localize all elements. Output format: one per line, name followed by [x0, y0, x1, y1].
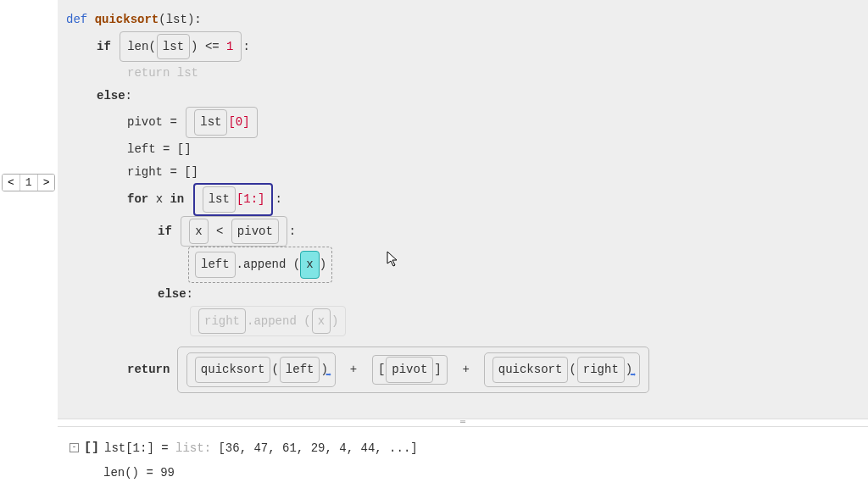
lst-box[interactable]: lst: [203, 186, 236, 213]
code-line-for: for x in lst[1:] :: [66, 183, 860, 216]
code-line-right-append: right.append (x): [66, 306, 860, 337]
code-line-return-lst: return lst: [66, 62, 860, 85]
quicksort-box[interactable]: quicksort: [195, 357, 271, 383]
list-icon: []: [84, 435, 99, 461]
nav-prev-button[interactable]: <: [3, 175, 20, 191]
code-line-inner-else: else:: [66, 283, 860, 306]
pending-expr-box[interactable]: left.append (x): [188, 247, 332, 283]
code-line-left-init: left = []: [66, 138, 860, 161]
recurse-arrow-icon: ➥: [631, 367, 637, 385]
quicksort-left-group[interactable]: quicksort(left) ➥: [186, 352, 336, 387]
inspector-row-item-0[interactable]: 1234 0 = int: 36: [70, 485, 856, 488]
inspector-row-len[interactable]: len() = 99: [70, 461, 856, 485]
pivot-list-box[interactable]: [pivot]: [372, 355, 448, 385]
code-line-right-init: right = []: [66, 161, 860, 184]
x-box[interactable]: x: [189, 219, 208, 245]
tree-collapse-icon[interactable]: -: [70, 443, 79, 452]
quicksort-box[interactable]: quicksort: [492, 357, 569, 383]
code-viewer: def quicksort(lst): if len(lst) <= 1 : r…: [58, 0, 868, 419]
return-expr-box[interactable]: quicksort(left) ➥ + [pivot] + quicksort(…: [177, 347, 649, 393]
expr-box[interactable]: x < pivot: [181, 216, 287, 247]
left-box[interactable]: left: [195, 252, 236, 278]
step-navigator: < 1 >: [0, 0, 58, 488]
lst-box[interactable]: lst: [194, 109, 227, 136]
code-line-return: return quicksort(left) ➥ + [pivot] + qui…: [66, 347, 860, 393]
expr-box-faded[interactable]: right.append (x): [190, 306, 346, 337]
code-line-else: else:: [66, 85, 860, 108]
splitter-handle[interactable]: ═: [58, 419, 868, 427]
current-expr-box[interactable]: lst[1:]: [193, 183, 274, 216]
code-line-pivot: pivot = lst[0]: [66, 107, 860, 138]
code-line-if-x: if x < pivot :: [66, 216, 860, 247]
inspector-panel: - [] lst[1:] = list: [36, 47, 61, 29, 4,…: [58, 427, 868, 488]
code-line-def: def quicksort(lst):: [66, 8, 860, 31]
code-line-left-append: left.append (x): [66, 247, 860, 283]
nav-page-number: 1: [20, 175, 38, 191]
highlighted-x[interactable]: x: [300, 251, 319, 279]
lst-box[interactable]: lst: [157, 34, 190, 60]
quicksort-right-group[interactable]: quicksort(right) ➥: [484, 352, 640, 387]
expr-box[interactable]: lst[0]: [186, 107, 257, 138]
inspector-row-lst-slice[interactable]: - [] lst[1:] = list: [36, 47, 61, 29, 4,…: [70, 435, 856, 461]
pivot-box[interactable]: pivot: [231, 219, 279, 245]
right-box[interactable]: right: [577, 357, 625, 383]
pivot-box[interactable]: pivot: [386, 357, 433, 383]
code-line-if-len: if len(lst) <= 1 :: [66, 31, 860, 63]
nav-next-button[interactable]: >: [38, 175, 55, 191]
expr-box[interactable]: len(lst) <= 1: [120, 31, 241, 63]
recurse-arrow-icon: ➥: [326, 367, 331, 385]
left-box[interactable]: left: [280, 357, 320, 383]
